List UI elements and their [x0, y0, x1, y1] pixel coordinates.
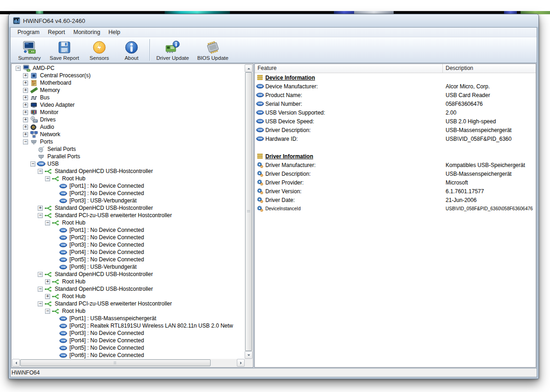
- tree-item-bus[interactable]: +Bus: [12, 94, 245, 101]
- detail-row-hardware-id[interactable]: USBHardware ID:USB\VID_058F&PID_6360: [255, 134, 536, 143]
- detail-row-driver-description[interactable]: Driver Description:USB-Massenspeicherger…: [255, 169, 536, 178]
- tree-item-central-processor-s[interactable]: +Central Processor(s): [12, 72, 245, 79]
- menu-program[interactable]: Program: [13, 28, 44, 36]
- tree-item-port2-no-device-connected[interactable]: USB[Port2] : No Device Connected: [12, 190, 245, 197]
- tree-item-standard-openhcd-usb-hostcontroller[interactable]: −Standard OpenHCD USB-Hostcontroller: [12, 167, 245, 175]
- tree-expander-plus[interactable]: +: [38, 206, 43, 211]
- tree-item-motherboard[interactable]: +Motherboard: [12, 79, 245, 86]
- tree-item-standard-openhcd-usb-hostcontroller[interactable]: +Standard OpenHCD USB-Hostcontroller: [12, 204, 245, 212]
- tree-item-video-adapter[interactable]: +Video Adapter: [12, 101, 245, 109]
- tree-expander-plus[interactable]: +: [23, 88, 28, 93]
- tree-item-usb[interactable]: −USBUSB: [12, 160, 245, 167]
- tree-expander-minus[interactable]: −: [38, 287, 43, 292]
- detail-row-driver-date[interactable]: Driver Date:21-Jun-2006: [255, 196, 536, 204]
- tree-expander-minus[interactable]: −: [38, 213, 43, 218]
- detail-row-driver-description[interactable]: USBDriver Description:USB-Massenspeicher…: [255, 126, 536, 134]
- detail-row-usb-device-speed[interactable]: USBUSB Device Speed:USB 2.0 High-speed: [255, 117, 536, 126]
- driver-update-button[interactable]: Driver Update: [152, 37, 193, 63]
- tree-item-port4-no-device-connected[interactable]: USB[Port4] : No Device Connected: [12, 337, 245, 344]
- tree-item-amd-pc[interactable]: −AMD-PC: [12, 64, 245, 72]
- detail-row-device-manufacturer[interactable]: USBDevice Manufacturer:Alcor Micro, Corp…: [255, 82, 536, 91]
- tree-item-parallel-ports[interactable]: Parallel Ports: [12, 153, 245, 160]
- detail-row-product-name[interactable]: USBProduct Name:USB Card Reader: [255, 91, 536, 99]
- tree-item-port1-no-device-connected[interactable]: USB[Port1] : No Device Connected: [12, 182, 245, 190]
- tree-expander-plus[interactable]: +: [45, 294, 50, 299]
- tree-item-port5-no-device-connected[interactable]: USB[Port5] : No Device Connected: [12, 256, 245, 263]
- tree-expander-plus[interactable]: +: [23, 110, 28, 115]
- tree-item-port3-no-device-connected[interactable]: USB[Port3] : No Device Connected: [12, 329, 245, 337]
- tree-expander-plus[interactable]: +: [23, 125, 28, 130]
- detail-row-serial-number[interactable]: USBSerial Number:058F63606476: [255, 99, 536, 108]
- tree-expander-minus[interactable]: −: [38, 272, 43, 277]
- tree-expander-minus[interactable]: −: [38, 169, 43, 174]
- tree-item-standard-pci-zu-usb-erweiterter-hostcontroller[interactable]: −Standard PCI-zu-USB erweiterter Hostcon…: [12, 212, 245, 219]
- titlebar[interactable]: HWiNFO64 v4.60-2460: [9, 14, 539, 27]
- tree-item-port1-usb-massenspeicherger-t[interactable]: USB[Port1] : USB-Massenspeichergerät: [12, 315, 245, 322]
- detail-row-driver-version[interactable]: Driver Version:6.1.7601.17577: [255, 187, 536, 196]
- menu-monitoring[interactable]: Monitoring: [69, 28, 104, 36]
- tree-item-port2-realtek-rtl8191su-wireless-lan-802-11n-usb-2-0-netw[interactable]: USB[Port2] : Realtek RTL8191SU Wireless …: [12, 322, 245, 329]
- scroll-up-button[interactable]: [245, 64, 252, 72]
- detail-row-device-information[interactable]: Device Information: [255, 73, 536, 82]
- tree-item-monitor[interactable]: +Monitor: [12, 109, 245, 116]
- summary-button[interactable]: Summary: [13, 37, 46, 63]
- tree-horizontal-scrollbar[interactable]: [12, 359, 245, 367]
- about-button[interactable]: About: [115, 37, 148, 63]
- tree-expander-minus[interactable]: −: [45, 176, 50, 181]
- tree-expander-minus[interactable]: −: [38, 301, 43, 306]
- tree-expander-plus[interactable]: +: [23, 81, 28, 86]
- tree-item-standard-pci-zu-usb-erweiterter-hostcontroller[interactable]: −Standard PCI-zu-USB erweiterter Hostcon…: [12, 300, 245, 307]
- tree-item-serial-ports[interactable]: Serial Ports: [12, 145, 245, 153]
- tree-vertical-scrollbar[interactable]: [245, 64, 252, 359]
- tree-item-root-hub[interactable]: −Root Hub: [12, 219, 245, 226]
- tree-expander-minus[interactable]: −: [30, 161, 35, 167]
- detail-row-deviceinstanceid[interactable]: DeviceInstanceIdUSB\VID_058F&PID_6360\05…: [255, 204, 536, 213]
- tree-item-root-hub[interactable]: −Root Hub: [12, 307, 245, 315]
- tree-item-port1-no-device-connected[interactable]: USB[Port1] : No Device Connected: [12, 226, 245, 234]
- tree-item-standard-openhcd-usb-hostcontroller[interactable]: −Standard OpenHCD USB-Hostcontroller: [12, 271, 245, 278]
- sensors-button[interactable]: Sensors: [83, 37, 115, 63]
- detail-row-driver-manufacturer[interactable]: Driver Manufacturer:Kompatibles USB-Spei…: [255, 161, 536, 169]
- tree-item-standard-openhcd-usb-hostcontroller[interactable]: −Standard OpenHCD USB-Hostcontroller: [12, 285, 245, 293]
- tree-expander-minus[interactable]: −: [16, 66, 21, 71]
- tree-expander-minus[interactable]: −: [45, 220, 50, 225]
- tree-item-root-hub[interactable]: −Root Hub: [12, 175, 245, 182]
- save-report-button[interactable]: Save Report: [46, 37, 83, 63]
- vertical-scrollbar-thumb[interactable]: [245, 72, 252, 351]
- bios-update-button[interactable]: BIOS Update: [193, 37, 233, 63]
- tree-item-audio[interactable]: +Audio: [12, 123, 245, 131]
- tree-item-ports[interactable]: −Ports: [12, 138, 245, 145]
- tree-expander-plus[interactable]: +: [23, 103, 28, 108]
- tree-expander-plus[interactable]: +: [23, 95, 28, 100]
- usb-host-icon: [44, 167, 53, 175]
- tree-item-port6-usb-verbundger-t[interactable]: USB[Port6] : USB-Verbundgerät: [12, 263, 245, 271]
- detail-row-driver-provider[interactable]: Driver Provider:Microsoft: [255, 178, 536, 187]
- tree-item-port6-no-device-connected[interactable]: USB[Port6] : No Device Connected: [12, 352, 245, 359]
- column-header-description[interactable]: Description: [443, 64, 536, 73]
- detail-row-driver-information[interactable]: Driver Information: [255, 152, 536, 161]
- tree-item-root-hub[interactable]: +Root Hub: [12, 293, 245, 300]
- tree-item-port4-no-device-connected[interactable]: USB[Port4] : No Device Connected: [12, 248, 245, 256]
- tree-item-port5-no-device-connected[interactable]: USB[Port5] : No Device Connected: [12, 344, 245, 352]
- tree-item-memory[interactable]: +Memory: [12, 86, 245, 94]
- menu-help[interactable]: Help: [104, 28, 125, 36]
- tree-item-root-hub[interactable]: +Root Hub: [12, 278, 245, 285]
- tree-item-port2-no-device-connected[interactable]: USB[Port2] : No Device Connected: [12, 234, 245, 241]
- tree-expander-plus[interactable]: +: [23, 117, 28, 122]
- tree-item-drives[interactable]: +Drives: [12, 116, 245, 123]
- tree-item-port3-usb-verbundger-t[interactable]: USB[Port3] : USB-Verbundgerät: [12, 197, 245, 204]
- scroll-left-button[interactable]: [12, 359, 20, 367]
- scroll-down-button[interactable]: [245, 351, 252, 359]
- tree-expander-minus[interactable]: −: [23, 139, 28, 144]
- tree-expander-minus[interactable]: −: [45, 309, 50, 314]
- tree-expander-plus[interactable]: +: [23, 73, 28, 78]
- tree-item-port3-no-device-connected[interactable]: USB[Port3] : No Device Connected: [12, 241, 245, 248]
- menu-report[interactable]: Report: [44, 28, 69, 36]
- tree-expander-plus[interactable]: +: [45, 279, 50, 284]
- scroll-right-button[interactable]: [237, 359, 245, 367]
- tree-item-network[interactable]: +Network: [12, 131, 245, 138]
- column-header-feature[interactable]: Feature: [255, 64, 443, 73]
- detail-row-usb-version-supported[interactable]: USBUSB Version Supported:2.00: [255, 108, 536, 117]
- horizontal-scrollbar-thumb[interactable]: [20, 359, 211, 366]
- tree-expander-plus[interactable]: +: [23, 132, 28, 137]
